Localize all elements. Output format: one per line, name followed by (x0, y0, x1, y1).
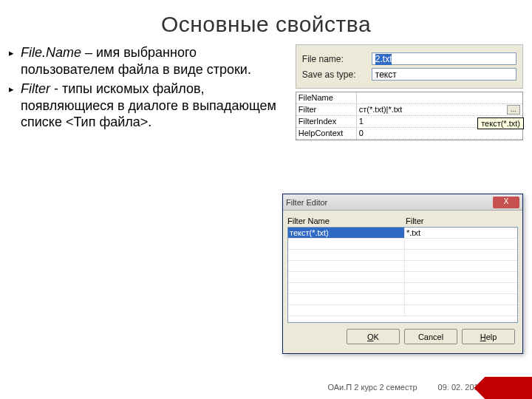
filter-editor-dialog: Filter Editor X Filter Name Filter текст… (282, 194, 523, 354)
saveas-select[interactable]: текст (372, 68, 516, 81)
save-dialog: File name: 2.txt Save as type: текст (296, 44, 523, 89)
ok-button[interactable]: OK (347, 329, 400, 344)
ellipsis-button[interactable]: ... (507, 105, 520, 115)
slide-title: Основные свойства (0, 0, 532, 44)
dialog-title: Filter Editor (286, 198, 493, 207)
bullet-marker-icon: ▸ (9, 81, 21, 131)
propgrid-row[interactable]: HelpContext 0 (296, 128, 522, 140)
saveas-label: Save as type: (302, 69, 372, 80)
propgrid-row[interactable]: Filter ст(*.txt)|*.txt... (296, 104, 522, 116)
close-button[interactable]: X (493, 197, 519, 208)
bullet-list: ▸ File.Name – имя выбранного пользовател… (9, 44, 296, 140)
filename-label: File name: (302, 54, 372, 64)
column-header: Filter Name (287, 216, 406, 225)
bullet-item: ▸ Filter - типы искомых файлов, появляющ… (9, 81, 290, 131)
screenshots-col: File name: 2.txt Save as type: текст Fil… (296, 44, 523, 140)
propgrid-row[interactable]: FileName (296, 92, 522, 104)
grid-header: Filter Name Filter (287, 215, 518, 227)
property-grid: FileName Filter ст(*.txt)|*.txt... Filte… (296, 92, 523, 140)
bullet-text: File.Name – имя выбранного пользователем… (21, 44, 290, 78)
bullet-marker-icon: ▸ (9, 44, 21, 78)
slide-footer: ОАи.П 2 курс 2 семестр 09. 02. 2018 14 (0, 383, 532, 392)
tooltip: текст(*.txt) (477, 117, 524, 129)
filename-input[interactable]: 2.txt (372, 52, 516, 65)
bullet-text: Filter - типы искомых файлов, появляющие… (21, 81, 290, 131)
dialog-titlebar: Filter Editor X (283, 194, 522, 211)
content-area: ▸ File.Name – имя выбранного пользовател… (0, 44, 532, 140)
cancel-button[interactable]: Cancel (404, 329, 457, 344)
decoration-corner (473, 377, 532, 399)
filter-grid[interactable]: текст(*.txt) *.txt (287, 227, 518, 323)
help-button[interactable]: Help (462, 329, 515, 344)
column-header: Filter (406, 216, 518, 225)
grid-row[interactable]: текст(*.txt) *.txt (288, 228, 517, 239)
footer-course: ОАи.П 2 курс 2 семестр (327, 383, 417, 392)
bullet-item: ▸ File.Name – имя выбранного пользовател… (9, 44, 290, 78)
